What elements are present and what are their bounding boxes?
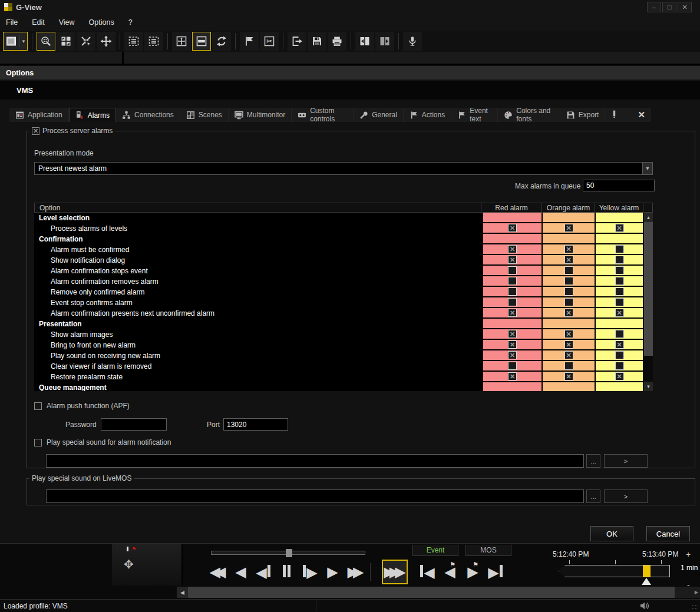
alarm-sequence-button[interactable] bbox=[124, 32, 143, 51]
export-image-button[interactable] bbox=[288, 32, 306, 51]
next-marker-button[interactable]: ⚑▶ bbox=[461, 560, 484, 584]
red-alarm-checkbox[interactable]: ✕ bbox=[508, 351, 517, 359]
maximize-button[interactable]: □ bbox=[662, 2, 676, 12]
collapse-views-button[interactable] bbox=[77, 32, 95, 51]
ok-button[interactable]: OK bbox=[590, 526, 633, 541]
port-field[interactable] bbox=[223, 418, 288, 431]
orange-alarm-checkbox[interactable] bbox=[564, 266, 573, 274]
red-alarm-checkbox[interactable]: ✕ bbox=[508, 330, 517, 338]
livemos-play-button[interactable]: > bbox=[604, 489, 648, 503]
red-alarm-checkbox[interactable] bbox=[508, 298, 517, 306]
orange-alarm-checkbox[interactable]: ✕ bbox=[564, 330, 573, 338]
step-forward-button[interactable]: ▶ bbox=[298, 560, 321, 584]
yellow-alarm-checkbox[interactable] bbox=[615, 277, 624, 285]
flag-marker-button[interactable] bbox=[240, 32, 259, 51]
chevron-down-icon[interactable]: ▼ bbox=[19, 35, 26, 47]
yellow-alarm-checkbox[interactable] bbox=[615, 351, 624, 359]
menu-[interactable]: ? bbox=[128, 18, 133, 27]
snapshot-button[interactable]: ✂ bbox=[260, 32, 279, 51]
orange-alarm-checkbox[interactable]: ✕ bbox=[564, 224, 573, 232]
resize-grip[interactable] bbox=[691, 604, 698, 611]
menu-options[interactable]: Options bbox=[89, 18, 114, 27]
livemos-browse-button[interactable]: ... bbox=[586, 489, 600, 503]
tab-extra-button[interactable] bbox=[605, 108, 623, 122]
scroll-down-icon[interactable]: ▼ bbox=[644, 382, 653, 391]
tab-connections[interactable]: Connections bbox=[116, 108, 180, 122]
grid-views-button[interactable] bbox=[57, 32, 75, 51]
fast-forward-button[interactable]: ▶▶ bbox=[344, 560, 367, 584]
save-button[interactable] bbox=[308, 32, 326, 51]
tabs-close-button[interactable]: ✕ bbox=[632, 108, 651, 122]
yellow-alarm-checkbox[interactable] bbox=[615, 298, 624, 306]
tab-multimonitor[interactable]: Multimonitor bbox=[229, 108, 292, 122]
scrollbar-track[interactable] bbox=[188, 587, 675, 598]
tab-alarms[interactable]: Alarms bbox=[69, 108, 116, 122]
orange-alarm-checkbox[interactable]: ✕ bbox=[564, 351, 573, 359]
refresh-views-button[interactable] bbox=[212, 32, 231, 51]
reverse-play-button[interactable]: ◀ bbox=[229, 560, 252, 584]
red-alarm-checkbox[interactable] bbox=[508, 362, 517, 370]
menu-edit[interactable]: Edit bbox=[32, 18, 45, 27]
prev-marker-button[interactable]: ⚑◀ bbox=[438, 560, 461, 584]
move-view-button[interactable] bbox=[97, 32, 115, 51]
yellow-alarm-checkbox[interactable] bbox=[615, 362, 624, 370]
red-alarm-checkbox[interactable] bbox=[508, 266, 517, 274]
scroll-up-icon[interactable]: ▲ bbox=[644, 213, 653, 222]
tab-scenes[interactable]: Scenes bbox=[180, 108, 229, 122]
chevron-down-icon[interactable]: ▼ bbox=[642, 163, 652, 174]
red-alarm-checkbox[interactable]: ✕ bbox=[508, 224, 517, 232]
yellow-alarm-checkbox[interactable]: ✕ bbox=[615, 309, 624, 317]
process-server-alarms-checkbox[interactable]: ✕ bbox=[32, 127, 39, 135]
mos-button[interactable]: MOS bbox=[465, 545, 511, 556]
table-scrollbar[interactable]: ▲ ▼ bbox=[644, 213, 653, 391]
yellow-alarm-checkbox[interactable]: ✕ bbox=[615, 372, 624, 381]
yellow-alarm-checkbox[interactable]: ✕ bbox=[615, 224, 624, 232]
tab-custom-controls[interactable]: Custom controls bbox=[292, 108, 354, 122]
layout-single-button[interactable]: ▼ bbox=[3, 32, 28, 51]
turbo-forward-button[interactable]: ▶▶▶ bbox=[382, 560, 408, 584]
presentation-mode-select[interactable]: Present newest alarm ▼ bbox=[34, 162, 653, 175]
special-sound-play-button[interactable]: > bbox=[604, 454, 648, 468]
red-alarm-checkbox[interactable] bbox=[508, 277, 517, 285]
orange-alarm-checkbox[interactable] bbox=[564, 362, 573, 370]
skip-end-button[interactable]: ▶ bbox=[484, 560, 507, 584]
split-left-button[interactable] bbox=[355, 32, 374, 51]
orange-alarm-checkbox[interactable]: ✕ bbox=[564, 309, 573, 317]
pause-button[interactable] bbox=[275, 560, 298, 584]
special-sound-browse-button[interactable]: ... bbox=[586, 454, 600, 468]
event-button[interactable]: Event bbox=[412, 545, 458, 556]
tab-export[interactable]: Export bbox=[560, 108, 606, 122]
yellow-alarm-checkbox[interactable]: ✕ bbox=[615, 340, 624, 349]
camera-sequence-button[interactable] bbox=[144, 32, 163, 51]
orange-alarm-checkbox[interactable]: ✕ bbox=[564, 340, 573, 349]
split-right-button[interactable] bbox=[375, 32, 394, 51]
zoom-button[interactable] bbox=[37, 32, 55, 51]
orange-alarm-checkbox[interactable]: ✕ bbox=[564, 245, 573, 253]
tab-application[interactable]: Application bbox=[9, 108, 69, 122]
scroll-left-icon[interactable]: ◀ bbox=[177, 587, 188, 598]
skip-start-button[interactable]: ◀ bbox=[415, 560, 438, 584]
yellow-alarm-checkbox[interactable] bbox=[615, 330, 624, 338]
rewind-button[interactable]: ◀◀ bbox=[206, 560, 229, 584]
yellow-alarm-checkbox[interactable] bbox=[615, 287, 624, 296]
red-alarm-checkbox[interactable]: ✕ bbox=[508, 256, 517, 264]
red-alarm-checkbox[interactable]: ✕ bbox=[508, 340, 517, 349]
speaker-icon[interactable] bbox=[640, 601, 651, 612]
speed-slider-thumb[interactable] bbox=[286, 549, 292, 557]
tab-general[interactable]: General bbox=[354, 108, 404, 122]
password-field[interactable] bbox=[101, 418, 167, 431]
red-alarm-checkbox[interactable]: ✕ bbox=[508, 245, 517, 253]
pan-control-icon[interactable]: ✥ bbox=[124, 557, 134, 571]
step-back-button[interactable]: ◀ bbox=[252, 560, 275, 584]
tab-actions[interactable]: Actions bbox=[404, 108, 451, 122]
timeline-bar[interactable] bbox=[558, 565, 670, 577]
timeline-position-marker[interactable] bbox=[643, 565, 651, 577]
minimize-button[interactable]: – bbox=[647, 2, 661, 12]
pan-view-button[interactable] bbox=[172, 32, 191, 51]
tab-event-text[interactable]: Event text bbox=[451, 108, 498, 122]
yellow-alarm-checkbox[interactable] bbox=[615, 256, 624, 264]
yellow-alarm-checkbox[interactable] bbox=[615, 245, 624, 253]
orange-alarm-checkbox[interactable]: ✕ bbox=[564, 372, 573, 381]
play-button[interactable]: ▶ bbox=[321, 560, 344, 584]
special-sound-checkbox[interactable] bbox=[34, 439, 42, 446]
